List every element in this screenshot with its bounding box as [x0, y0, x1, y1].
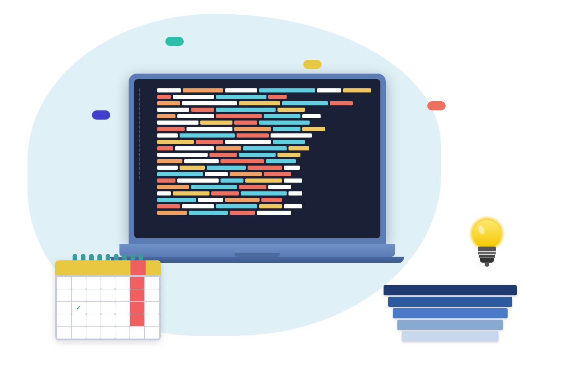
calendar [55, 254, 161, 340]
bulb-shine [477, 225, 486, 236]
code-segment [273, 140, 305, 144]
laptop-screen [134, 79, 380, 238]
code-line [157, 140, 371, 144]
code-segment [173, 191, 209, 196]
calendar-cell [130, 289, 144, 301]
code-segment [157, 211, 187, 215]
cal-header-cell [146, 260, 161, 275]
line-dot [139, 93, 140, 97]
cal-header-cell [101, 260, 116, 275]
calendar-cell [72, 289, 86, 301]
code-line [157, 178, 371, 183]
books-stack [384, 285, 517, 343]
code-segment [245, 178, 282, 183]
code-segment [284, 204, 302, 208]
calendar-cell [86, 277, 101, 289]
code-segment [157, 172, 203, 176]
code-segment [317, 88, 341, 92]
code-segment [157, 178, 175, 183]
code-segment [268, 95, 287, 99]
code-line [157, 133, 371, 138]
calendar-cell [130, 302, 144, 314]
line-dot [139, 98, 140, 101]
line-dot [139, 176, 140, 179]
code-segment [241, 191, 287, 196]
code-segment [268, 185, 291, 189]
calendar-cell [145, 327, 159, 339]
code-segment [182, 204, 214, 208]
code-segment [157, 198, 196, 202]
calendar-cell [57, 302, 71, 314]
code-segment [191, 108, 214, 112]
code-segment [157, 133, 178, 138]
code-segment [157, 127, 185, 131]
code-segment [239, 101, 280, 105]
calendar-cell [145, 277, 159, 289]
code-line [157, 121, 371, 125]
tag-code [303, 60, 322, 69]
code-segment [196, 140, 223, 144]
bulb-cap [478, 247, 496, 251]
code-line [157, 114, 371, 118]
code-line [157, 172, 371, 176]
bulb-stripe [479, 255, 495, 258]
code-segment [216, 146, 241, 150]
code-segment [205, 172, 228, 176]
code-segment [207, 166, 246, 170]
code-line [157, 108, 371, 112]
cal-header-cell [70, 260, 85, 275]
code-segment [211, 191, 239, 196]
calendar-cell [86, 314, 101, 326]
code-segment [180, 133, 235, 138]
code-segment [277, 153, 300, 157]
bulb-tip [485, 263, 489, 267]
line-dot [139, 130, 140, 133]
code-segment [157, 204, 180, 208]
code-segment [157, 101, 180, 105]
code-segment [157, 191, 171, 196]
calendar-cell [145, 314, 159, 326]
code-line [157, 127, 371, 131]
line-dot [139, 102, 140, 106]
code-segment [198, 198, 223, 202]
code-segment [243, 146, 287, 150]
book [388, 297, 512, 307]
code-segment [182, 101, 237, 105]
calendar-cell [101, 327, 115, 339]
code-segment [209, 153, 237, 157]
line-dot [139, 157, 140, 161]
code-segment [234, 121, 257, 125]
code-segment [157, 166, 178, 170]
code-line [157, 204, 371, 208]
code-segment [216, 204, 257, 208]
line-dot [139, 162, 140, 166]
code-segment [180, 166, 205, 170]
code-segment [257, 211, 291, 215]
line-dot [139, 167, 140, 170]
code-segment [230, 211, 255, 215]
calendar-cell [72, 302, 86, 314]
calendar-header [55, 260, 161, 275]
code-segment [157, 185, 189, 189]
code-segment [157, 159, 182, 163]
code-segment [200, 121, 232, 125]
code-segment [216, 95, 266, 99]
code-segment [187, 127, 232, 131]
code-segment [157, 153, 208, 157]
code-line [157, 198, 371, 202]
calendar-cell [72, 277, 86, 289]
code-segment [157, 88, 181, 92]
code-segment [220, 159, 264, 163]
code-segment [183, 88, 223, 92]
code-segment [264, 172, 291, 176]
book [384, 285, 517, 295]
line-dot [139, 144, 140, 147]
lightbulb [473, 220, 501, 267]
code-line [157, 146, 371, 150]
laptop-screen-frame [129, 74, 386, 244]
code-segment [225, 198, 260, 202]
line-dot [139, 148, 140, 152]
book [402, 331, 498, 341]
code-segment [248, 166, 282, 170]
code-segment [282, 101, 328, 105]
